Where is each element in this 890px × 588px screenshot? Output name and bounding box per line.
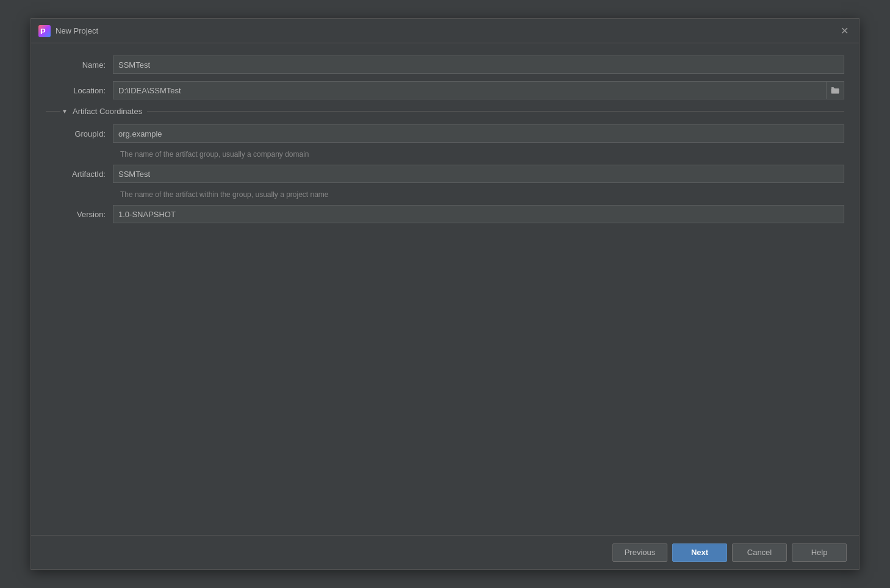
location-label: Location: [46, 86, 113, 95]
divider-right [147, 111, 844, 112]
app-icon: P [38, 25, 51, 37]
artifact-id-input[interactable] [113, 165, 844, 183]
section-toggle-icon[interactable]: ▼ [60, 107, 69, 116]
dialog-footer: Previous Next Cancel Help [31, 535, 859, 569]
version-label: Version: [46, 210, 113, 219]
close-button[interactable]: ✕ [837, 24, 852, 38]
dialog-title: New Project [56, 26, 837, 35]
new-project-dialog: P New Project ✕ Name: Location: [31, 18, 859, 570]
artifact-coordinates-title: Artifact Coordinates [73, 107, 142, 116]
cancel-button[interactable]: Cancel [732, 543, 787, 562]
artifact-id-row: ArtifactId: [46, 165, 844, 183]
version-row: Version: [46, 205, 844, 223]
browse-button[interactable] [826, 81, 844, 99]
location-input[interactable] [113, 81, 826, 99]
help-button[interactable]: Help [792, 543, 847, 562]
location-row: Location: [46, 81, 844, 99]
artifact-id-hint: The name of the artifact within the grou… [120, 190, 844, 199]
group-id-label: GroupId: [46, 129, 113, 138]
location-wrapper [113, 81, 844, 99]
name-row: Name: [46, 56, 844, 74]
group-id-row: GroupId: [46, 124, 844, 143]
divider-left [46, 111, 60, 112]
svg-text:P: P [40, 27, 46, 36]
artifact-coordinates-section-header: ▼ Artifact Coordinates [46, 107, 844, 116]
name-label: Name: [46, 60, 113, 70]
artifact-coordinates-content: GroupId: The name of the artifact group,… [46, 124, 844, 223]
group-id-input[interactable] [113, 124, 844, 143]
version-input[interactable] [113, 205, 844, 223]
title-bar: P New Project ✕ [31, 19, 859, 43]
name-input[interactable] [113, 56, 844, 74]
group-id-hint: The name of the artifact group, usually … [120, 150, 844, 159]
dialog-content: Name: Location: ▼ Artifact Coordin [31, 43, 859, 535]
artifact-id-label: ArtifactId: [46, 170, 113, 179]
previous-button[interactable]: Previous [612, 543, 667, 562]
next-button[interactable]: Next [672, 543, 727, 562]
